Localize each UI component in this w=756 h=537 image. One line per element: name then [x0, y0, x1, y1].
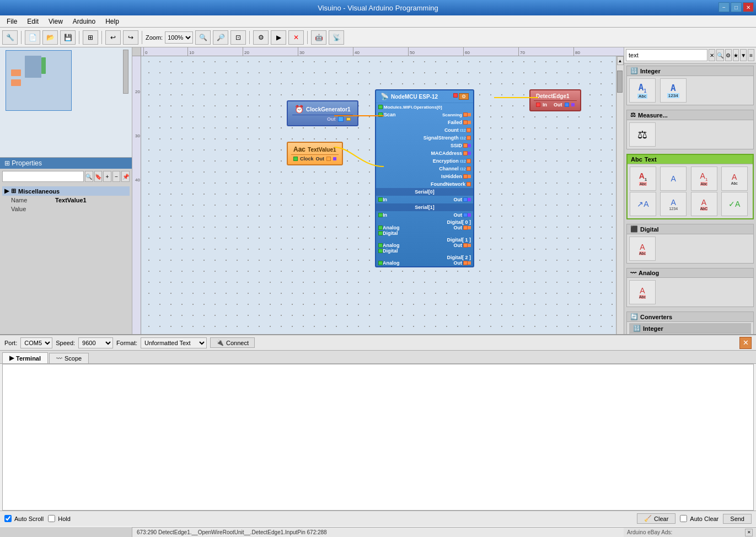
failed-pin[interactable] — [463, 120, 468, 125]
props-collapse-button[interactable]: − — [112, 171, 121, 182]
encryption-pin[interactable] — [467, 159, 471, 163]
serial-button[interactable]: 📡 — [329, 30, 344, 45]
menu-view[interactable]: View — [44, 17, 67, 26]
text-item-1[interactable]: A1 Abc — [630, 167, 656, 191]
digital0-analog-pin[interactable] — [378, 225, 383, 230]
search-go-btn[interactable]: 🔍 — [716, 49, 724, 61]
vscroll-up-btn[interactable]: ▲ — [617, 56, 624, 65]
ads-close-btn[interactable]: ✕ — [745, 529, 753, 536]
prop-name-value[interactable]: TextValue1 — [55, 197, 87, 203]
ssid-pin[interactable] — [463, 143, 468, 148]
search-settings-btn[interactable]: ≡ — [748, 49, 754, 61]
serial0-in-pin[interactable] — [378, 197, 383, 202]
nodemcu-pin-red[interactable] — [453, 93, 458, 98]
foundnetwork-pin[interactable] — [467, 182, 471, 186]
properties-search-input[interactable] — [2, 171, 84, 182]
nodemcu-settings-btn[interactable]: ⚙ — [459, 93, 469, 100]
bottom-close-button[interactable]: ✕ — [739, 337, 752, 349]
send-button[interactable]: Send — [723, 514, 752, 524]
format-select[interactable]: Unformatted Text Formatted Text — [141, 337, 207, 348]
props-expand-button[interactable]: + — [103, 171, 111, 182]
category-converters-header[interactable]: 🔄 Converters — [627, 312, 753, 322]
logo-button[interactable]: 🔧 — [2, 30, 18, 45]
ishidden-pin[interactable] — [463, 174, 468, 179]
integer-item-1[interactable]: A1 Abc — [629, 78, 656, 103]
text-item-3[interactable]: A1 Abc — [691, 167, 717, 191]
digital0-out-pin[interactable] — [463, 225, 468, 230]
stop-button[interactable]: ✕ — [288, 30, 304, 45]
scanning-pin[interactable] — [463, 112, 468, 117]
speed-select[interactable]: 9600 115200 57600 — [78, 337, 113, 348]
text-item-8[interactable]: ✓A — [721, 192, 748, 216]
analog-item-1[interactable]: A Abc — [629, 280, 656, 304]
wifi-module-pin[interactable] — [378, 105, 383, 109]
tab-terminal[interactable]: ▶ Terminal — [2, 352, 48, 363]
text-clock-pin[interactable] — [293, 157, 298, 161]
close-button[interactable]: ✕ — [743, 2, 754, 12]
clock-generator-block[interactable]: ⏰ ClockGenerator1 Out — [287, 100, 358, 126]
measure-item-1[interactable]: ⚖ — [629, 122, 656, 147]
menu-arduino[interactable]: Arduino — [68, 17, 100, 26]
category-text-header[interactable]: Abc Text — [628, 155, 753, 164]
new-button[interactable]: 📄 — [25, 30, 40, 45]
scan-pin-in[interactable] — [378, 112, 383, 117]
minimize-button[interactable]: − — [719, 2, 730, 12]
open-button[interactable]: 📂 — [42, 30, 58, 45]
converters-integer-header[interactable]: 🔢 Integer — [630, 324, 750, 334]
serial1-out-pin[interactable] — [463, 213, 468, 217]
maximize-button[interactable]: □ — [731, 2, 742, 12]
category-measure-header[interactable]: ⚖ Measure... — [627, 110, 753, 120]
auto-scroll-label[interactable]: Auto Scroll — [4, 515, 44, 522]
digital2-out-pin[interactable] — [463, 261, 468, 265]
zoom-fit-button[interactable]: ⊡ — [230, 30, 246, 45]
serial0-out-pin[interactable] — [463, 197, 468, 202]
props-pin-button[interactable]: 📌 — [121, 171, 130, 182]
text-item-4[interactable]: A Abc — [721, 167, 748, 191]
zoom-out-button[interactable]: 🔎 — [213, 30, 228, 45]
search-down-btn[interactable]: ▼ — [740, 49, 747, 61]
menu-edit[interactable]: Edit — [23, 17, 43, 26]
search-star-btn[interactable]: ★ — [733, 49, 739, 61]
redo-button[interactable]: ↪ — [123, 30, 138, 45]
digital1-out-pin[interactable] — [463, 243, 468, 248]
mac-pin[interactable] — [463, 151, 468, 155]
text-item-2[interactable]: A — [660, 167, 687, 191]
text-item-7[interactable]: A AbC — [691, 192, 717, 216]
tab-scope[interactable]: 〰 Scope — [49, 353, 89, 363]
text-value-block[interactable]: Aac TextValue1 Clock Out — [287, 142, 343, 165]
digital-item-1[interactable]: A Abc — [629, 237, 656, 261]
digital1-digital-pin[interactable] — [378, 249, 383, 253]
search-options-btn[interactable]: ⚙ — [725, 49, 732, 61]
board-button[interactable]: 🤖 — [311, 30, 326, 45]
detect-in-pin-red[interactable] — [536, 103, 540, 107]
digital2-analog-pin[interactable] — [378, 261, 383, 265]
port-select[interactable]: COM5 COM1 COM3 — [20, 337, 52, 348]
compile-button[interactable]: ⚙ — [253, 30, 269, 45]
clear-button[interactable]: 🧹 Clear — [637, 513, 675, 524]
search-clear-btn[interactable]: ✕ — [709, 49, 715, 61]
props-filter-button[interactable]: 🔖 — [94, 171, 103, 182]
terminal-area[interactable] — [2, 364, 754, 511]
tree-group-header[interactable]: ▶ ⊞ Miscellaneous — [2, 186, 130, 196]
menu-help[interactable]: Help — [101, 17, 124, 26]
integer-item-2[interactable]: A 1234 — [660, 78, 687, 103]
nodemcu-block[interactable]: 📡 NodeMCU ESP-12 ⚙ Modules.WiFi.Operatio… — [375, 89, 474, 267]
grid-button[interactable]: ⊞ — [83, 30, 98, 45]
serial1-in-pin[interactable] — [378, 213, 383, 217]
upload-button[interactable]: ▶ — [271, 30, 286, 45]
category-integer-header[interactable]: 🔢 Integer — [627, 66, 753, 76]
zoom-select[interactable]: 100% 75% 150% — [165, 31, 193, 44]
signal-pin[interactable] — [467, 136, 471, 140]
detect-out-pin[interactable] — [565, 103, 569, 107]
search-input[interactable] — [626, 49, 707, 61]
text-out-pin[interactable] — [326, 157, 331, 161]
text-item-6[interactable]: A 1234 — [660, 192, 687, 216]
undo-button[interactable]: ↩ — [105, 30, 121, 45]
auto-scroll-checkbox[interactable] — [4, 515, 12, 522]
detect-edge-block[interactable]: DetectEdge1 In Out — [529, 89, 581, 111]
connect-button[interactable]: 🔌 Connect — [210, 337, 255, 348]
category-digital-header[interactable]: ⬛ Digital — [627, 224, 753, 234]
category-analog-header[interactable]: 〰 Analog — [627, 268, 753, 278]
auto-clear-label[interactable]: Auto Clear — [680, 515, 719, 522]
zoom-in-button[interactable]: 🔍 — [195, 30, 211, 45]
